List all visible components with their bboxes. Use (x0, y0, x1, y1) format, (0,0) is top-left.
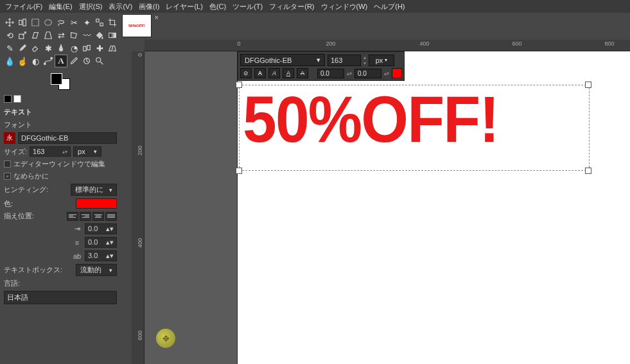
dodge-tool-icon[interactable]: ◐ (30, 55, 41, 67)
float-unit-dropdown[interactable]: px▾ (369, 55, 394, 66)
paintbrush-tool-icon[interactable] (17, 42, 28, 54)
foreground-color[interactable] (51, 73, 62, 85)
float-size-spinner[interactable]: ▴▾ (363, 55, 366, 66)
image-tab[interactable]: 50%OFF! × (122, 14, 152, 37)
menu-filter[interactable]: フィルター(R) (267, 1, 317, 13)
menu-color[interactable]: 色(C) (207, 1, 229, 13)
pencil-tool-icon[interactable]: ✎ (4, 42, 15, 54)
flip-tool-icon[interactable]: ⇄ (55, 30, 67, 41)
selection-handle-sw[interactable] (236, 168, 242, 174)
menu-edit[interactable]: 編集(E) (46, 1, 75, 13)
float-strike-button[interactable]: A (297, 68, 308, 78)
language-input[interactable]: 日本語 (4, 291, 117, 304)
scale-tool-icon[interactable] (17, 30, 28, 41)
text-selection-box[interactable] (239, 85, 590, 171)
by-color-select-tool-icon[interactable] (94, 17, 105, 28)
image-tab-preview: 50%OFF! (128, 24, 145, 28)
float-color-swatch[interactable] (392, 68, 402, 78)
image-tab-strip: 50%OFF! × (122, 14, 152, 37)
measure-tool-icon[interactable] (81, 55, 92, 67)
indent-input[interactable]: 0.0▴▾ (85, 223, 117, 234)
float-kerning-spinner[interactable]: ▴▾ (384, 71, 389, 76)
perspective-tool-icon[interactable] (42, 30, 54, 41)
vertical-ruler[interactable]: 0 200 400 600 (132, 51, 144, 364)
float-baseline-input[interactable]: 0.0 (317, 69, 344, 78)
float-clear-style-button[interactable]: ⊘ (240, 68, 252, 78)
hinting-dropdown[interactable]: 標準的に (71, 184, 117, 196)
airbrush-tool-icon[interactable]: ✱ (42, 42, 54, 54)
heal-tool-icon[interactable]: ✚ (94, 42, 105, 54)
size-input[interactable]: 163▴▾ (30, 146, 71, 157)
menu-tool[interactable]: ツール(T) (230, 1, 265, 13)
clone-tool-icon[interactable] (81, 42, 92, 54)
mypaint-tool-icon[interactable]: ◔ (68, 42, 80, 54)
antialias-checkbox[interactable]: ×なめらかに (0, 170, 121, 182)
menu-select[interactable]: 選択(S) (76, 1, 105, 13)
ink-tool-icon[interactable] (55, 42, 67, 54)
menu-file[interactable]: ファイル(F) (3, 1, 45, 13)
canvas[interactable]: 50%OFF! DFGGothic-EB▾ 163 ▴▾ px▾ ⊘ A A (238, 51, 630, 364)
scissors-tool-icon[interactable]: ✂ (68, 17, 80, 28)
menu-view[interactable]: 表示(V) (106, 1, 135, 13)
size-unit-dropdown[interactable]: px (73, 146, 101, 157)
shear-tool-icon[interactable] (30, 30, 41, 41)
cage-tool-icon[interactable] (68, 30, 80, 41)
align-tool-icon[interactable] (17, 17, 28, 28)
menu-window[interactable]: ウィンドウ(W) (319, 1, 371, 13)
float-baseline-spinner[interactable]: ▴▾ (347, 71, 352, 76)
justify-buttons (67, 212, 117, 221)
text-floating-toolbar[interactable]: DFGGothic-EB▾ 163 ▴▾ px▾ ⊘ A A A A 0.0 ▴… (238, 51, 405, 81)
line-spacing-input[interactable]: 0.0▴▾ (85, 237, 117, 248)
image-tab-close[interactable]: × (155, 13, 159, 21)
blur-tool-icon[interactable]: 💧 (4, 55, 15, 67)
fuzzy-select-tool-icon[interactable]: ✦ (81, 17, 92, 28)
warp-tool-icon[interactable]: 〰 (81, 30, 92, 41)
path-tool-icon[interactable] (42, 55, 54, 67)
text-tool-icon[interactable]: A (55, 55, 67, 67)
font-input[interactable]: DFGGothic-EB (18, 132, 117, 144)
float-bold-button[interactable]: A (254, 68, 266, 78)
language-label: 言語: (4, 279, 20, 288)
move-tool-icon[interactable] (4, 17, 15, 28)
fg-bg-color-widget[interactable] (49, 72, 71, 91)
menu-image[interactable]: 画像(I) (136, 1, 162, 13)
svg-rect-9 (87, 46, 90, 50)
svg-rect-0 (19, 21, 22, 25)
eraser-tool-icon[interactable] (30, 42, 41, 54)
selection-handle-nw[interactable] (236, 82, 242, 88)
letter-spacing-input[interactable]: 3.0▴▾ (85, 250, 117, 261)
justify-right-button[interactable] (80, 212, 91, 221)
canvas-viewport[interactable]: 50%OFF! DFGGothic-EB▾ 163 ▴▾ px▾ ⊘ A A (144, 51, 630, 364)
zoom-tool-icon[interactable] (94, 55, 105, 67)
float-kerning-input[interactable]: 0.0 (354, 69, 381, 78)
float-underline-button[interactable]: A (283, 68, 294, 78)
crop-tool-icon[interactable] (107, 17, 118, 28)
smudge-tool-icon[interactable]: ☝ (17, 55, 28, 67)
menu-layer[interactable]: レイヤー(L) (163, 1, 205, 13)
line-spacing-icon: ≡ (73, 239, 82, 247)
gradient-tool-icon[interactable] (107, 30, 118, 41)
float-font-dropdown[interactable]: DFGGothic-EB▾ (240, 54, 325, 66)
float-italic-button[interactable]: A (268, 68, 280, 78)
font-preview-icon[interactable]: 永 (4, 132, 15, 144)
float-size-input[interactable]: 163 (328, 55, 361, 66)
bucket-tool-icon[interactable] (94, 30, 105, 41)
textbox-mode-dropdown[interactable]: 流動的 (76, 264, 117, 276)
tab-icon[interactable] (13, 95, 21, 103)
selection-handle-se[interactable] (585, 168, 591, 174)
rotate-tool-icon[interactable]: ⟲ (4, 30, 15, 41)
menu-help[interactable]: ヘルプ(H) (371, 1, 407, 13)
perspective-clone-tool-icon[interactable] (107, 42, 118, 54)
lasso-tool-icon[interactable] (55, 17, 67, 28)
tab-icon[interactable] (4, 95, 12, 103)
justify-left-button[interactable] (67, 212, 78, 221)
ellipse-select-tool-icon[interactable] (42, 17, 54, 28)
text-color-swatch[interactable] (76, 198, 117, 209)
justify-fill-button[interactable] (105, 212, 117, 221)
justify-center-button[interactable] (92, 212, 104, 221)
selection-handle-ne[interactable] (585, 82, 591, 88)
horizontal-ruler[interactable]: 0 200 400 600 800 (144, 40, 630, 51)
rect-select-tool-icon[interactable] (30, 17, 41, 28)
color-picker-tool-icon[interactable] (68, 55, 80, 67)
editor-window-checkbox[interactable]: エディターウィンドウで編集 (0, 158, 121, 170)
